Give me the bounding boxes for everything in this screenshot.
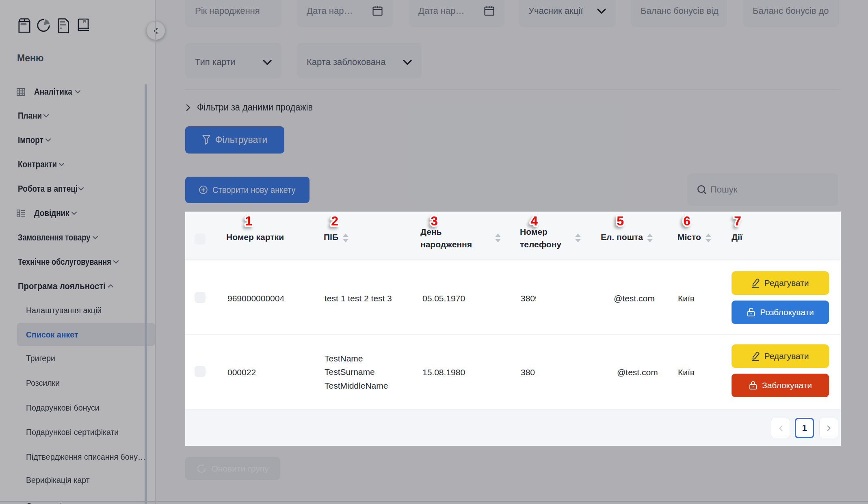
svg-text:5: 5 bbox=[617, 214, 623, 228]
svg-text:3: 3 bbox=[431, 214, 437, 228]
svg-text:2: 2 bbox=[331, 214, 338, 228]
svg-text:1: 1 bbox=[245, 214, 252, 228]
svg-text:7: 7 bbox=[734, 214, 741, 228]
svg-text:6: 6 bbox=[683, 214, 690, 228]
svg-text:4: 4 bbox=[530, 214, 538, 228]
